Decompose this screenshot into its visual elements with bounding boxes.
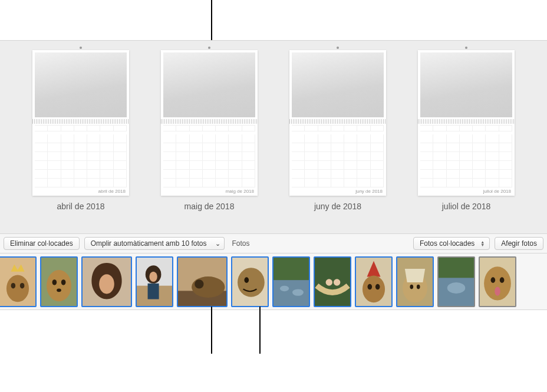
svg-point-55 [495, 286, 500, 295]
svg-point-54 [500, 277, 505, 283]
calendar-page: juliol de 2018 [418, 50, 515, 196]
svg-point-45 [410, 284, 413, 289]
calendar-canvas: abril de 2018 abril de 2018 maig de 2018… [0, 40, 547, 233]
svg-point-5 [20, 282, 25, 288]
svg-point-9 [61, 279, 66, 285]
photos-filter-select[interactable]: Fotos col·locades ▲▼ [413, 237, 490, 250]
svg-rect-19 [148, 283, 159, 299]
svg-point-31 [280, 285, 289, 291]
month-label: juny de 2018 [314, 202, 361, 211]
autofill-button[interactable]: Omplir automàticament amb 10 fotos [84, 237, 213, 250]
callout-line-top [211, 0, 212, 41]
month-april[interactable]: abril de 2018 abril de 2018 [28, 50, 134, 233]
spiral-binding [418, 119, 515, 124]
svg-point-4 [11, 282, 16, 288]
photo-thumbnail[interactable] [272, 256, 310, 307]
chevron-down-icon: ⌄ [215, 240, 220, 248]
spiral-binding [161, 119, 258, 124]
svg-marker-44 [405, 269, 425, 282]
svg-point-46 [417, 284, 420, 289]
spiral-binding [32, 119, 129, 124]
photo-placeholder [35, 52, 127, 117]
calendar-footer-label: juny de 2018 [292, 187, 384, 196]
hanger-hole [208, 47, 210, 49]
month-label: abril de 2018 [57, 202, 105, 211]
photo-thumbnail[interactable] [314, 256, 351, 307]
select-arrows-icon: ▲▼ [480, 241, 485, 246]
svg-point-40 [368, 284, 373, 289]
svg-point-50 [447, 282, 466, 293]
month-june[interactable]: juny de 2018 juny de 2018 [285, 50, 391, 233]
svg-point-53 [491, 277, 496, 283]
svg-point-36 [334, 279, 340, 285]
calendar-footer-label: abril de 2018 [35, 187, 127, 196]
spiral-binding [289, 119, 386, 124]
month-may[interactable]: maig de 2018 maig de 2018 [156, 50, 262, 233]
photo-placeholder [163, 52, 255, 117]
photo-thumbnail[interactable] [355, 256, 393, 307]
autofill-menu-button[interactable]: ⌄ [212, 237, 225, 250]
svg-point-7 [47, 269, 71, 301]
calendar-grid [163, 125, 255, 187]
svg-point-41 [375, 284, 380, 289]
calendar-grid [420, 125, 512, 187]
calendar-page: abril de 2018 [32, 50, 129, 196]
svg-point-26 [238, 268, 265, 297]
photo-placeholder [292, 52, 384, 117]
svg-point-13 [99, 274, 114, 294]
photos-label: Fotos [232, 239, 249, 248]
svg-point-39 [363, 275, 385, 302]
svg-rect-34 [315, 258, 350, 306]
photo-filmstrip[interactable] [0, 253, 547, 310]
hanger-hole [337, 47, 339, 49]
callout-line-bottom-1 [211, 307, 212, 354]
photo-thumbnail[interactable] [0, 256, 37, 307]
svg-point-24 [195, 279, 203, 288]
svg-point-10 [57, 288, 61, 292]
svg-point-18 [149, 271, 157, 281]
photo-thumbnail[interactable] [437, 256, 475, 307]
calendar-page: maig de 2018 [161, 50, 258, 196]
photos-options-bar: Eliminar col·locades Omplir automàticame… [0, 233, 547, 253]
photo-thumbnail[interactable] [40, 256, 78, 307]
svg-rect-29 [274, 258, 309, 280]
svg-point-3 [6, 275, 29, 302]
month-july[interactable]: juliol de 2018 juliol de 2018 [413, 50, 519, 233]
hanger-hole [465, 47, 467, 49]
callout-line-bottom-2 [259, 307, 261, 354]
svg-rect-48 [439, 258, 474, 278]
photo-thumbnail[interactable] [231, 256, 269, 307]
photo-thumbnail[interactable] [81, 256, 132, 307]
svg-rect-30 [274, 280, 309, 306]
calendar-page: juny de 2018 [289, 50, 386, 196]
calendar-footer-label: juliol de 2018 [420, 187, 512, 196]
calendar-grid [35, 125, 127, 187]
calendar-grid [292, 125, 384, 187]
photo-thumbnail[interactable] [396, 256, 434, 307]
clear-placed-button[interactable]: Eliminar col·locades [4, 237, 80, 250]
svg-point-27 [244, 277, 249, 283]
svg-point-8 [52, 279, 57, 285]
month-label: maig de 2018 [184, 202, 235, 211]
svg-point-32 [292, 289, 304, 295]
select-value: Fotos col·locades [420, 239, 474, 248]
photo-thumbnail[interactable] [177, 256, 228, 307]
photo-thumbnail[interactable] [136, 256, 173, 307]
calendar-footer-label: maig de 2018 [163, 187, 255, 196]
photo-placeholder [420, 52, 512, 117]
photo-thumbnail[interactable] [479, 256, 516, 307]
add-photos-button[interactable]: Afegir fotos [495, 237, 543, 250]
hanger-hole [80, 47, 82, 49]
month-label: juliol de 2018 [442, 202, 491, 211]
svg-point-35 [326, 279, 332, 285]
